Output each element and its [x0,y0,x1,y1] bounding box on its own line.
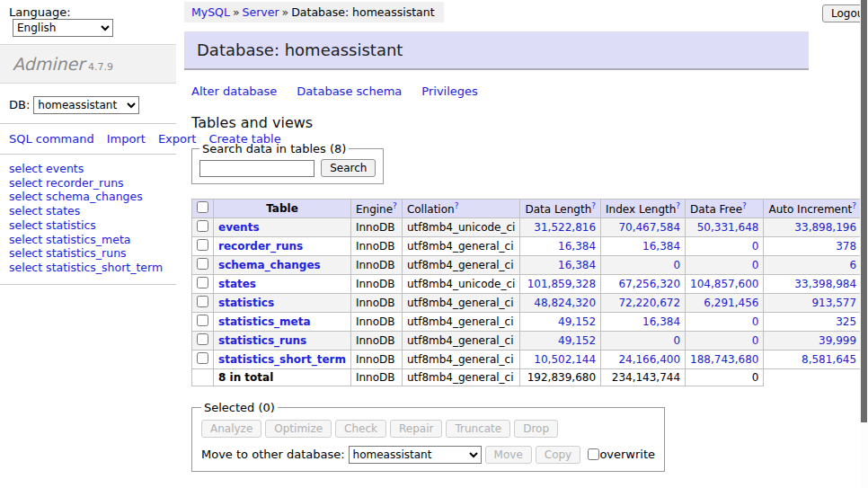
help-icon[interactable]: ? [393,201,397,210]
row-checkbox[interactable] [197,220,208,232]
help-icon[interactable]: ? [852,201,856,210]
sidebar-item-recorder_runs[interactable]: select recorder_runs [9,176,176,191]
row-select-cell [192,350,214,369]
table-row: statistics_short_termInnoDButf8mb4_gener… [192,350,868,369]
help-icon[interactable]: ? [455,201,459,210]
sidebar-item-schema_changes[interactable]: select schema_changes [9,190,176,204]
table-link-statistics_meta[interactable]: statistics_meta [218,315,311,328]
index-length-cell: 16,384 [601,313,686,332]
language-select[interactable]: English [13,19,113,37]
action-alter-database[interactable]: Alter database [191,84,277,98]
db-select[interactable]: homeassistant [33,96,139,114]
data-length-cell: 16,384 [520,237,601,256]
drop-button[interactable]: Drop [514,420,558,438]
table-name-cell: statistics [214,294,351,313]
col-header-auto-increment: Auto Increment? [764,200,862,218]
scrollbar-thumb[interactable] [861,0,867,422]
table-name-cell: recorder_runs [214,237,351,256]
data-free-cell: 0 [686,313,764,332]
table-link-statistics_runs[interactable]: statistics_runs [218,334,306,347]
table-name-cell: statistics_meta [214,313,351,332]
copy-button[interactable]: Copy [536,446,580,464]
collation-cell: utf8mb4_unicode_ci [402,275,520,294]
overwrite-label: overwrite [599,448,655,461]
table-link-statistics[interactable]: statistics [218,297,274,309]
sidebar-item-statistics_runs[interactable]: select statistics_runs [9,246,176,261]
breadcrumb-item: Database: homeassistant [291,5,434,19]
table-link-schema_changes[interactable]: schema_changes [218,259,321,271]
total-num-cell: 192,839,680 [520,369,601,386]
sidebar: Language:English Adminer4.7.9 DB:homeass… [0,0,176,488]
engine-cell: InnoDB [350,294,402,313]
action-privileges[interactable]: Privileges [421,84,478,98]
index-length-cell: 70,467,584 [601,218,686,237]
selected-fieldset: Selected (0) AnalyzeOptimizeCheckRepairT… [191,401,665,472]
table-row: schema_changesInnoDButf8mb4_general_ci16… [192,256,868,275]
help-icon[interactable]: ? [742,201,747,210]
move-row: Move to other database:homeassistantMove… [201,446,655,464]
tables-overview-table: TableEngine?Collation?Data Length?Index … [191,199,868,386]
row-checkbox[interactable] [197,239,208,251]
action-database-schema[interactable]: Database schema [297,84,402,98]
engine-cell: InnoDB [350,256,402,275]
data-free-cell: 0 [686,256,764,275]
auto-increment-cell: 33,898,196 [764,218,862,237]
sidebar-item-statistics[interactable]: select statistics [9,218,176,233]
breadcrumb-item[interactable]: Server [243,5,279,19]
row-checkbox[interactable] [197,277,208,288]
table-link-states[interactable]: states [218,278,256,290]
row-checkbox[interactable] [197,296,208,307]
sidebar-menu-link[interactable]: Import [107,132,146,146]
auto-increment-cell: 33,398,984 [764,275,862,294]
sidebar-item-states[interactable]: select states [9,204,176,218]
col-header-table: Table [214,200,351,218]
sidebar-item-statistics_meta[interactable]: select statistics_meta [9,233,176,247]
breadcrumb-item[interactable]: MySQL [191,5,230,19]
repair-button[interactable]: Repair [390,420,442,438]
tables-heading: Tables and views [191,114,809,131]
row-select-cell [192,275,214,294]
table-link-recorder_runs[interactable]: recorder_runs [218,240,303,253]
truncate-button[interactable]: Truncate [446,420,510,438]
row-checkbox[interactable] [197,333,208,345]
breadcrumb-separator: » [233,5,240,19]
vertical-scrollbar[interactable] [860,0,868,488]
row-checkbox[interactable] [197,258,208,270]
app-title: Adminer4.7.9 [0,44,176,84]
page-title: Database: homeassistant [184,31,809,70]
selected-legend: Selected (0) [201,401,278,414]
help-icon[interactable]: ? [676,201,680,210]
select-all-checkbox[interactable] [197,201,208,213]
data-free-cell: 104,857,600 [686,275,764,294]
row-checkbox[interactable] [197,352,208,364]
auto-increment-cell: 39,999 [764,332,862,350]
check-button[interactable]: Check [335,420,386,438]
move-db-select[interactable]: homeassistant [349,446,482,464]
index-length-cell: 16,384 [601,237,686,256]
table-row: recorder_runsInnoDButf8mb4_general_ci16,… [192,237,868,256]
help-icon[interactable]: ? [591,201,596,210]
table-link-events[interactable]: events [218,221,260,234]
index-length-cell: 0 [601,332,686,350]
search-button[interactable]: Search [321,159,376,177]
total-num-cell: 0 [686,369,764,386]
db-row: DB:homeassistant [0,84,176,123]
optimize-button[interactable]: Optimize [265,420,332,438]
index-length-cell: 67,256,320 [601,275,686,294]
data-free-cell: 0 [686,237,764,256]
row-select-cell [192,313,214,332]
sidebar-item-events[interactable]: select events [9,162,176,176]
overwrite-checkbox[interactable] [588,448,599,460]
data-length-cell: 31,522,816 [520,218,601,237]
sidebar-menu-link[interactable]: SQL command [9,132,94,146]
total-num-cell: 234,143,744 [601,369,686,386]
sidebar-item-statistics_short_term[interactable]: select statistics_short_term [9,261,176,275]
move-button[interactable]: Move [485,446,532,464]
table-row: statesInnoDButf8mb4_unicode_ci101,859,32… [192,275,868,294]
analyze-button[interactable]: Analyze [201,420,261,438]
database-actions: Alter databaseDatabase schemaPrivileges [191,84,809,98]
search-input[interactable] [199,160,314,177]
row-checkbox[interactable] [197,315,208,326]
overwrite-option[interactable]: overwrite [588,448,655,461]
table-link-statistics_short_term[interactable]: statistics_short_term [218,353,346,366]
